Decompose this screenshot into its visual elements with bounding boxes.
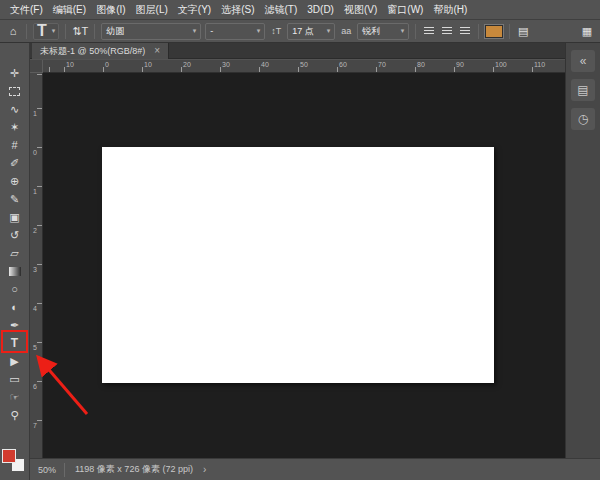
- eraser-icon: ▱: [10, 248, 18, 259]
- divider: [415, 24, 416, 39]
- tool-clone-stamp[interactable]: ▣: [0, 208, 29, 226]
- menu-item-view[interactable]: 视图(V): [339, 3, 382, 17]
- anti-alias-select[interactable]: 锐利 ▾: [357, 23, 409, 40]
- ruler-label: 50: [300, 61, 308, 68]
- crop-icon: #: [11, 140, 17, 151]
- tool-gradient[interactable]: [0, 262, 29, 280]
- font-size-select[interactable]: 17 点 ▾: [287, 23, 335, 40]
- vertical-ruler[interactable]: 1 0 1 2 3 4 5 6 7: [30, 73, 43, 458]
- status-bar: 50% 1198 像素 x 726 像素 (72 ppi) ›: [30, 458, 600, 480]
- font-size-icon: ↕T: [269, 23, 283, 39]
- photoshop-window: 文件(F) 编辑(E) 图像(I) 图层(L) 文字(Y) 选择(S) 滤镜(T…: [0, 0, 600, 480]
- ruler-label: 4: [33, 305, 37, 312]
- rectangle-icon: ▭: [9, 374, 19, 385]
- chevron-right-icon[interactable]: ›: [203, 464, 206, 475]
- ruler-label: 90: [456, 61, 464, 68]
- menu-item-filter[interactable]: 滤镜(T): [260, 3, 303, 17]
- font-family-select[interactable]: 幼圆 ▾: [101, 23, 201, 40]
- type-tool-icon: T: [37, 22, 47, 40]
- swatches-panel-icon[interactable]: ▤: [571, 79, 595, 101]
- eyedropper-icon: ✐: [10, 158, 19, 169]
- tool-lasso[interactable]: ∿: [0, 100, 29, 118]
- font-style-select[interactable]: - ▾: [205, 23, 265, 40]
- ruler-label: 40: [261, 61, 269, 68]
- history-panel-icon[interactable]: ◷: [571, 108, 595, 130]
- foreground-color-swatch[interactable]: [2, 449, 16, 463]
- workspace-icon[interactable]: ▦: [580, 23, 594, 39]
- tool-options-bar: ⌂ T ▾ ⇅T 幼圆 ▾ - ▾ ↕T 17 点 ▾ aa 锐利 ▾: [0, 20, 600, 43]
- tool-rectangular-marquee[interactable]: [0, 82, 29, 100]
- divider: [94, 24, 95, 39]
- home-icon[interactable]: ⌂: [6, 23, 20, 39]
- brush-icon: ✎: [10, 194, 19, 205]
- tool-path-selection[interactable]: ▶: [0, 352, 29, 370]
- ruler-label: 5: [33, 344, 37, 351]
- close-icon[interactable]: ×: [154, 46, 160, 56]
- document-canvas[interactable]: [102, 147, 494, 383]
- align-center-button[interactable]: [440, 23, 454, 39]
- zoom-level[interactable]: 50%: [30, 463, 65, 477]
- tool-spot-healing-brush[interactable]: ⊕: [0, 172, 29, 190]
- tool-crop[interactable]: #: [0, 136, 29, 154]
- menu-item-layer[interactable]: 图层(L): [131, 3, 173, 17]
- menu-item-window[interactable]: 窗口(W): [382, 3, 428, 17]
- clone-stamp-icon: ▣: [9, 212, 19, 223]
- canvas-viewport[interactable]: [43, 73, 565, 458]
- collapse-panels-icon[interactable]: «: [571, 50, 595, 72]
- menu-item-3d[interactable]: 3D(D): [302, 4, 339, 15]
- document-tab[interactable]: 未标题-1 @ 50%(RGB/8#) ×: [32, 43, 169, 59]
- rectangular-marquee-icon: [9, 87, 20, 96]
- ruler-label: 0: [33, 149, 37, 156]
- menu-item-help[interactable]: 帮助(H): [428, 3, 472, 17]
- menu-item-file[interactable]: 文件(F): [5, 3, 48, 17]
- menu-item-type[interactable]: 文字(Y): [173, 3, 216, 17]
- move-icon: ✛: [10, 68, 19, 79]
- tool-quick-selection[interactable]: ✶: [0, 118, 29, 136]
- ruler-label: 6: [33, 383, 37, 390]
- align-left-icon: [424, 27, 434, 35]
- tool-brush[interactable]: ✎: [0, 190, 29, 208]
- divider: [65, 24, 66, 39]
- menu-item-select[interactable]: 选择(S): [216, 3, 259, 17]
- tool-blur[interactable]: ○: [0, 280, 29, 298]
- panels-icon[interactable]: ▤: [516, 23, 530, 39]
- tool-rectangle[interactable]: ▭: [0, 370, 29, 388]
- ruler-label: 10: [144, 61, 152, 68]
- text-color-swatch[interactable]: [485, 25, 503, 38]
- align-right-button[interactable]: [458, 23, 472, 39]
- tool-dodge[interactable]: ◐: [0, 298, 29, 316]
- horizontal-ruler[interactable]: 10 0 10 20 30 40 50 60 70 80 90 100 110: [43, 60, 565, 73]
- annotation-highlight-box: [1, 330, 28, 353]
- ruler-label: 2: [33, 227, 37, 234]
- menu-item-edit[interactable]: 编辑(E): [48, 3, 91, 17]
- tool-move[interactable]: ✛: [0, 64, 29, 82]
- history-brush-icon: ↺: [10, 230, 19, 241]
- chevron-down-icon: ▾: [327, 27, 331, 35]
- gradient-icon: [9, 267, 21, 276]
- divider: [26, 24, 27, 39]
- font-style-value: -: [210, 26, 213, 36]
- menu-item-image[interactable]: 图像(I): [91, 3, 130, 17]
- tool-eyedropper[interactable]: ✐: [0, 154, 29, 172]
- tool-history-brush[interactable]: ↺: [0, 226, 29, 244]
- chevron-down-icon: ▾: [193, 27, 197, 35]
- align-right-icon: [460, 27, 470, 35]
- chevron-down-icon: ▾: [401, 27, 405, 35]
- ruler-label: 100: [495, 61, 507, 68]
- ruler-corner[interactable]: [30, 60, 43, 73]
- text-orientation-icon[interactable]: ⇅T: [72, 23, 88, 39]
- tool-preset-button[interactable]: T ▾: [33, 23, 59, 40]
- tool-eraser[interactable]: ▱: [0, 244, 29, 262]
- tool-zoom[interactable]: ⚲: [0, 406, 29, 424]
- ruler-label: 30: [222, 61, 230, 68]
- zoom-icon: ⚲: [10, 410, 18, 421]
- ruler-label: 3: [33, 266, 37, 273]
- ruler-ticks: [37, 73, 42, 458]
- hand-icon: ☞: [10, 392, 20, 403]
- tool-hand[interactable]: ☞: [0, 388, 29, 406]
- panel-dock: « ▤ ◷: [565, 43, 600, 458]
- chevron-down-icon: ▾: [257, 27, 261, 35]
- align-left-button[interactable]: [422, 23, 436, 39]
- ruler-label: 1: [33, 110, 37, 117]
- ruler-label: 110: [534, 61, 545, 68]
